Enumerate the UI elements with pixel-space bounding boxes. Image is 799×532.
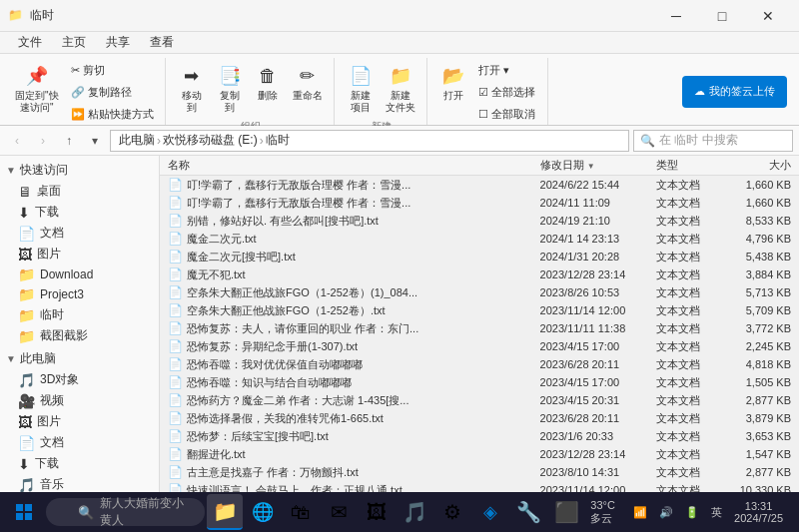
file-row[interactable]: 📄 叮!学霸了，蠢移行无敌版合理樱 作者：雪漫... 2024/6/22 15:… (160, 176, 799, 194)
taskbar-mail-icon[interactable]: ✉ (321, 494, 357, 530)
sidebar-item-video[interactable]: 🎥视频 (0, 390, 159, 411)
sidebar-item-project3[interactable]: 📁Project3 (0, 284, 159, 304)
file-size: 8,533 KB (723, 215, 795, 227)
taskbar-language[interactable]: 英 (707, 503, 726, 522)
taskbar-settings-icon[interactable]: ⚙ (434, 494, 470, 530)
file-row[interactable]: 📄 恐怖吞噬：知识与结合自动嘟嘟嘟 2023/4/15 17:00 文本文档 1… (160, 373, 799, 391)
minimize-button[interactable]: ─ (653, 0, 699, 32)
open-dropdown-button[interactable]: 打开 ▾ (473, 60, 541, 81)
taskbar-terminal-icon[interactable]: ⬛ (548, 494, 584, 530)
file-type: 文本文档 (652, 196, 724, 211)
search-box[interactable]: 🔍 在 临时 中搜索 (633, 130, 793, 152)
file-row[interactable]: 📄 恐怖梦：后续宝宝[搜书吧].txt 2023/1/6 20:33 文本文档 … (160, 427, 799, 445)
pin-icon: 📌 (25, 64, 49, 88)
address-path[interactable]: 此电脑 › 欢悦移动磁盘 (E:) › 临时 (110, 130, 629, 152)
file-row[interactable]: 📄 恐怖选择暑假，关我的准转咒佈1-665.txt 2023/6/28 20:1… (160, 409, 799, 427)
sidebar-item-docs[interactable]: 📄文档 (0, 223, 159, 244)
file-row[interactable]: 📄 恐怖复苏：夫人，请你重回的职业 作者：东门... 2023/11/11 11… (160, 319, 799, 337)
col-date-header[interactable]: 修改日期 ▼ (536, 158, 652, 173)
rename-button[interactable]: ✏ 重命名 (288, 60, 328, 106)
sidebar-item-desktop[interactable]: 🖥桌面 (0, 181, 159, 202)
taskbar-app1-icon[interactable]: 🔧 (510, 494, 546, 530)
open-button[interactable]: 📂 打开 (435, 60, 471, 106)
taskbar-clock[interactable]: 13:31 2024/7/25 (730, 498, 787, 526)
taskbar-explorer-icon[interactable]: 📁 (207, 494, 243, 530)
ribbon-group-open: 📂 打开 打开 ▾ ☑ 全部选择 ☐ 全部取消 ↔ 反向选择 打开 (429, 58, 548, 125)
cut-button[interactable]: ✂ 剪切 (66, 60, 159, 81)
file-row[interactable]: 📄 空条朱大翻正他战旅FGO（1-252卷）.txt 2023/11/14 12… (160, 301, 799, 319)
screenshots-icon: 📁 (18, 328, 35, 344)
menu-home[interactable]: 主页 (52, 32, 96, 53)
thispc-header[interactable]: ▼ 此电脑 (0, 348, 159, 369)
recent-button[interactable]: ▾ (84, 130, 106, 152)
col-size-header[interactable]: 大小 (723, 158, 795, 173)
quickaccess-header[interactable]: ▼ 快速访问 (0, 160, 159, 181)
file-row[interactable]: 📄 恐怖吞噬：我对优优保值自动嘟嘟嘟 2023/6/28 20:11 文本文档 … (160, 355, 799, 373)
copy-path-button[interactable]: 🔗 复制路径 (66, 82, 159, 103)
file-name: 📄 恐怖选择暑假，关我的准转咒佈1-665.txt (164, 411, 536, 426)
col-name-header[interactable]: 名称 (164, 158, 536, 173)
file-size: 3,884 KB (723, 268, 795, 280)
file-row[interactable]: 📄 空条朱大翻正他战旅FGO（1-252卷）(1)_084... 2023/8/… (160, 283, 799, 301)
move-to-button[interactable]: ➡ 移动到 (174, 60, 210, 118)
maximize-button[interactable]: □ (699, 0, 745, 32)
sidebar-item-temp[interactable]: 📁临时 (0, 304, 159, 325)
file-row[interactable]: 📄 恐怖复苏：异期纪念手册(1-307).txt 2023/4/15 17:00… (160, 337, 799, 355)
taskbar-search[interactable]: 🔍 新人大婚前变小黄人 (46, 498, 205, 526)
forward-button[interactable]: › (32, 130, 54, 152)
menu-view[interactable]: 查看 (140, 32, 184, 53)
file-row[interactable]: 📄 古主意是找嘉子 作者：万物颤抖.txt 2023/8/10 14:31 文本… (160, 463, 799, 481)
close-button[interactable]: ✕ (745, 0, 791, 32)
taskbar-volume-icon[interactable]: 🔊 (655, 504, 677, 521)
file-row[interactable]: 📄 恐怖药方？魔金二弟 作者：大志谢 1-435[搜... 2023/4/15 … (160, 391, 799, 409)
file-row[interactable]: 📄 翻握进化.txt 2023/12/28 23:14 文本文档 1,547 K… (160, 445, 799, 463)
sidebar-item-screenshots[interactable]: 📁截图截影 (0, 325, 159, 346)
select-all-button[interactable]: ☑ 全部选择 (473, 82, 541, 103)
path-sep-1: › (157, 134, 161, 148)
quickaccess-chevron: ▼ (6, 165, 16, 176)
file-row[interactable]: 📄 别错，修站好以. 有些么都叫[搜书吧].txt 2024/19 21:10 … (160, 212, 799, 230)
sidebar-item-pictures[interactable]: 🖼图片 (0, 244, 159, 265)
thispc-chevron: ▼ (6, 353, 16, 364)
taskbar-store-icon[interactable]: 🛍 (283, 494, 319, 530)
taskbar-vscode-icon[interactable]: ◈ (472, 494, 508, 530)
file-icon: 📄 (168, 285, 183, 299)
menu-file[interactable]: 文件 (8, 32, 52, 53)
file-size: 1,660 KB (723, 197, 795, 209)
taskbar-battery-icon[interactable]: 🔋 (681, 504, 703, 521)
up-button[interactable]: ↑ (58, 130, 80, 152)
pin-button[interactable]: 📌 固定到"快速访问" (10, 60, 64, 118)
file-row[interactable]: 📄 魔金二次元.txt 2024/1 14 23:13 文本文档 4,796 K… (160, 230, 799, 248)
col-type-header[interactable]: 类型 (652, 158, 724, 173)
taskbar-network-icon[interactable]: 📶 (629, 504, 651, 521)
taskbar-photos-icon[interactable]: 🖼 (359, 494, 395, 530)
menu-share[interactable]: 共享 (96, 32, 140, 53)
taskbar-edge-icon[interactable]: 🌐 (245, 494, 281, 530)
file-name: 📄 恐怖复苏：异期纪念手册(1-307).txt (164, 339, 536, 354)
file-row[interactable]: 📄 魔无不犯.txt 2023/12/28 23:14 文本文档 3,884 K… (160, 266, 799, 283)
sidebar-item-pic[interactable]: 🖼图片 (0, 411, 159, 432)
file-type: 文本文档 (652, 465, 724, 480)
copy-to-button[interactable]: 📑 复制到 (212, 60, 248, 118)
file-row[interactable]: 📄 叮!学霸了，蠢移行无敌版合理樱 作者：雪漫... 2024/11 11:09… (160, 194, 799, 212)
back-button[interactable]: ‹ (6, 130, 28, 152)
taskbar-music-icon[interactable]: 🎵 (397, 494, 432, 530)
sidebar-item-dl[interactable]: ⬇下载 (0, 453, 159, 474)
new-item-button[interactable]: 📄 新建项目 (343, 60, 379, 118)
file-date: 2024/6/22 15:44 (536, 179, 652, 191)
start-button[interactable] (4, 496, 44, 528)
sidebar-item-3d[interactable]: 🎵3D对象 (0, 369, 159, 390)
paste-shortcut-button[interactable]: ⏩ 粘贴快捷方式 (66, 104, 159, 125)
docs-icon: 📄 (18, 226, 35, 242)
upload-button[interactable]: ☁ 我的签云上传 (682, 76, 787, 108)
ribbon-group-clipboard: 📌 固定到"快速访问" ✂ 剪切 🔗 复制路径 ⏩ 粘贴快捷方式 📋 📋 剪贴板 (4, 58, 166, 125)
select-none-button[interactable]: ☐ 全部取消 (473, 104, 541, 125)
sidebar-item-doc[interactable]: 📄文档 (0, 432, 159, 453)
sidebar-item-downloads[interactable]: ⬇下载 (0, 202, 159, 223)
file-date: 2023/11/14 12:00 (536, 304, 652, 316)
file-date: 2023/8/10 14:31 (536, 466, 652, 478)
file-row[interactable]: 📄 魔金二次元[搜书吧].txt 2024/1/31 20:28 文本文档 5,… (160, 248, 799, 266)
delete-button[interactable]: 🗑 删除 (250, 60, 286, 106)
sidebar-item-download-folder[interactable]: 📁Download (0, 265, 159, 284)
new-folder-button[interactable]: 📁 新建文件夹 (381, 60, 420, 118)
